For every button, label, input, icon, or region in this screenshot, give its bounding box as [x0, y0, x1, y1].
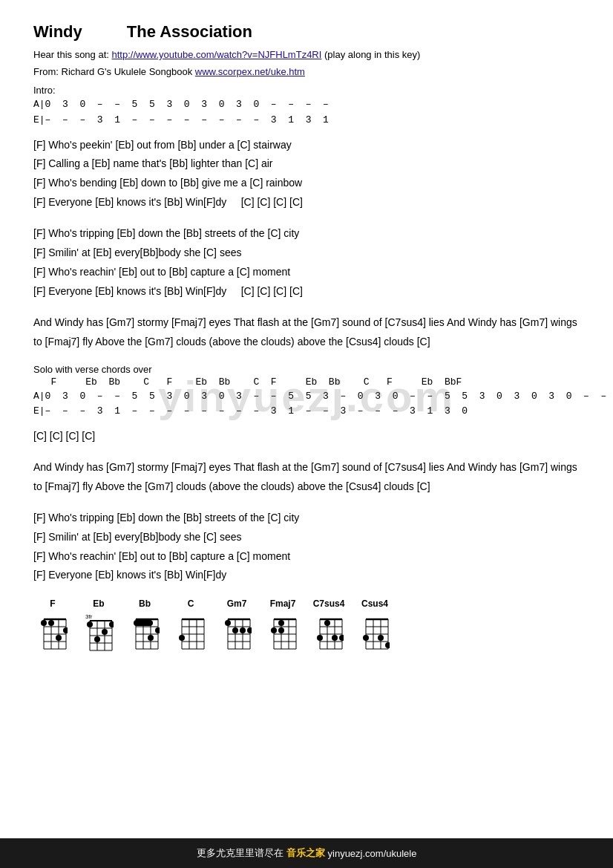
svg-point-84: [317, 635, 323, 641]
bridge1: And Windy has [Gm7] stormy [Fmaj7] eyes …: [33, 313, 580, 352]
verse3: [F] Who's tripping [Eb] down the [Bb] st…: [33, 509, 580, 586]
bridge2-line2: That flash at the [Gm7] sound of [C7sus4…: [234, 461, 445, 473]
svg-point-11: [63, 627, 68, 633]
bridge2-line4: Above the [Gm7] clouds (above the clouds…: [95, 480, 430, 492]
verse1-line2: [F] Calling a [Eb] name that's [Bb] ligh…: [33, 154, 580, 174]
from-meta: From: Richard G's Ukulele Songbook www.s…: [33, 65, 580, 79]
page: yinyuezj.com Windy The Association Hear …: [0, 0, 613, 868]
svg-point-25: [102, 629, 108, 635]
bridge1-line1: And Windy has [Gm7] stormy [Fmaj7] eyes: [33, 316, 231, 328]
bottom-bar: 更多尤克里里谱尽在 音乐之家 yinyuezj.com/ukulele: [0, 838, 613, 868]
svg-point-85: [332, 635, 338, 641]
chord-diagram-Fmaj7: Fmaj7: [263, 598, 302, 650]
svg-point-9: [41, 620, 47, 626]
bridge2-line1: And Windy has [Gm7] stormy [Fmaj7] eyes: [33, 461, 231, 473]
svg-point-72: [271, 627, 277, 633]
verse3-line1: [F] Who's tripping [Eb] down the [Bb] st…: [33, 509, 580, 528]
verse3-line4: [F] Everyone [Eb] knows it's [Bb] Win[F]…: [33, 566, 580, 585]
bottom-highlight: 音乐之家: [286, 846, 325, 860]
verse2: [F] Who's tripping [Eb] down the [Bb] st…: [33, 224, 580, 301]
hear-meta: Hear this song at: http://www.youtube.co…: [33, 48, 580, 62]
chord-diagram-C7sus4: C7sus4: [309, 598, 348, 650]
verse1-line1: [F] Who's peekin' [Eb] out from [Bb] und…: [33, 136, 580, 155]
verse1: [F] Who's peekin' [Eb] out from [Bb] und…: [33, 136, 580, 213]
svg-point-96: [363, 635, 369, 641]
svg-point-37: [155, 627, 160, 633]
from-label: From: Richard G's Ukulele Songbook: [33, 66, 192, 77]
svg-point-71: [278, 620, 284, 626]
verse3-line2: [F] Smilin' at [Eb] every[Bb]body she [C…: [33, 528, 580, 547]
svg-point-58: [225, 620, 231, 626]
svg-point-73: [278, 627, 284, 633]
svg-point-48: [179, 635, 185, 641]
svg-point-83: [324, 620, 330, 626]
svg-point-61: [247, 627, 252, 633]
svg-point-60: [240, 627, 246, 633]
hear-link[interactable]: http://www.youtube.com/watch?v=NJFHLmTz4…: [112, 49, 322, 60]
svg-point-23: [87, 621, 93, 627]
verse3-line3: [F] Who's reachin' [Eb] out to [Bb] capt…: [33, 547, 580, 567]
title-row: Windy The Association: [33, 22, 580, 42]
from-link[interactable]: www.scorpex.net/uke.htm: [195, 66, 305, 77]
svg-point-97: [378, 635, 384, 641]
solo-tab: A|0 3 0 – – 5 5 3 0 3 0 3 – – 5 5 3 – 0 …: [33, 389, 580, 420]
c-chords: [C] [C] [C] [C]: [33, 427, 580, 446]
verse1-line4: [F] Everyone [Eb] knows it's [Bb] Win[F]…: [33, 193, 580, 212]
chord-diagram-C: C: [171, 598, 210, 650]
bottom-suffix: yinyuezj.com/ukulele: [328, 848, 417, 859]
chord-diagram-Gm7: Gm7: [217, 598, 256, 650]
chord-diagrams: F Eb 3fr: [33, 598, 580, 658]
verse1-line3: [F] Who's bending [Eb] down to [Bb] give…: [33, 174, 580, 193]
svg-point-12: [56, 635, 62, 641]
bridge1-line2: That flash at the [Gm7] sound of [C7sus4…: [234, 316, 445, 328]
chord-diagram-Csus4: Csus4: [355, 598, 394, 650]
song-title: Windy: [33, 22, 82, 42]
hear-label: Hear this song at:: [33, 49, 109, 60]
svg-point-24: [109, 621, 114, 627]
bottom-prefix: 更多尤克里里谱尽在: [197, 846, 283, 860]
chord-diagram-Eb: Eb 3fr: [79, 598, 118, 658]
svg-rect-36: [134, 620, 153, 626]
svg-point-26: [94, 636, 100, 642]
solo-label: Solo with verse chords over: [33, 364, 580, 375]
solo-chord-row: F Eb Bb C F Eb Bb C F Eb Bb C F Eb BbF: [33, 376, 580, 388]
artist-name: The Association: [127, 22, 252, 42]
bridge1-line4: Above the [Gm7] clouds (above the clouds…: [95, 336, 430, 347]
chord-diagram-Bb: Bb: [125, 598, 164, 650]
verse2-line4: [F] Everyone [Eb] knows it's [Bb] Win[F]…: [33, 282, 580, 301]
svg-point-86: [339, 635, 344, 641]
svg-point-38: [148, 635, 154, 641]
svg-point-10: [48, 620, 54, 626]
verse2-line3: [F] Who's reachin' [Eb] out to [Bb] capt…: [33, 263, 580, 282]
svg-text:3fr: 3fr: [85, 613, 93, 620]
c-chords-line: [C] [C] [C] [C]: [33, 427, 580, 446]
svg-point-98: [385, 642, 390, 648]
chord-diagram-F: F: [33, 598, 72, 650]
bridge2: And Windy has [Gm7] stormy [Fmaj7] eyes …: [33, 458, 580, 497]
hear-suffix: (play along in this key): [324, 49, 420, 60]
svg-point-59: [232, 627, 238, 633]
intro-label: Intro:: [33, 85, 580, 96]
verse2-line1: [F] Who's tripping [Eb] down the [Bb] st…: [33, 224, 580, 244]
intro-tab: A|0 3 0 – – 5 5 3 0 3 0 3 0 – – – – E|– …: [33, 97, 580, 128]
verse2-line2: [F] Smilin' at [Eb] every[Bb]body she [C…: [33, 244, 580, 263]
